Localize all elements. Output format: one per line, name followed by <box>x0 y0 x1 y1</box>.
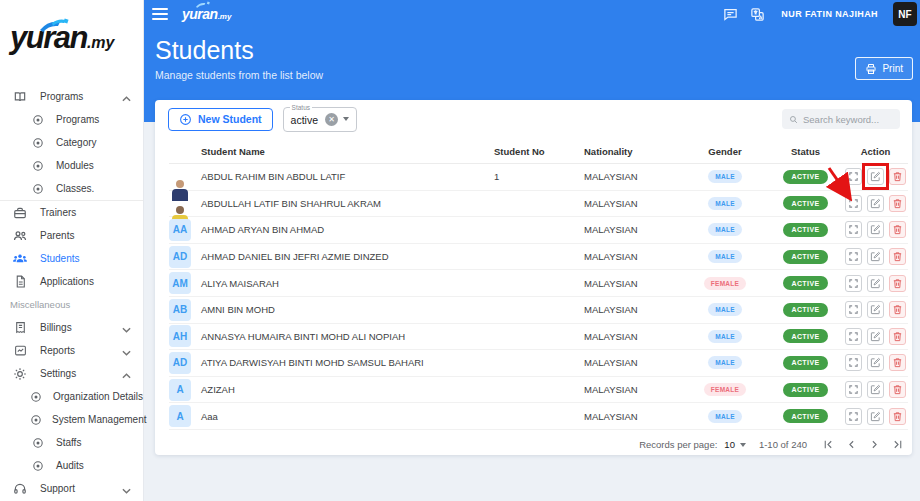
topbar-logo: yuran.my <box>182 5 231 23</box>
print-button[interactable]: Print <box>855 57 913 80</box>
sidebar-item-trainers[interactable]: Trainers <box>0 201 143 224</box>
radio-icon <box>30 158 46 174</box>
expand-button[interactable] <box>845 221 862 238</box>
page-head: Students Manage students from the list b… <box>155 36 323 81</box>
sidebar-item-reports[interactable]: Reports <box>0 339 143 362</box>
edit-button[interactable] <box>867 195 884 212</box>
table-row[interactable]: ABDUL RAHIM BIN ABDUL LATIF 1 MALAYSIAN … <box>169 164 908 191</box>
gender-pill: MALE <box>708 410 742 423</box>
trash-icon <box>892 357 903 368</box>
table-row[interactable]: AH ANNASYA HUMAIRA BINTI MOHD ALI NOPIAH… <box>169 324 908 351</box>
edit-button[interactable] <box>867 275 884 292</box>
expand-button[interactable] <box>845 248 862 265</box>
sidebar-item-programs[interactable]: Programs <box>0 85 143 108</box>
sidebar-item-category[interactable]: Category <box>0 131 143 154</box>
new-student-button[interactable]: New Student <box>168 108 273 131</box>
edit-icon <box>870 198 881 209</box>
avatar: AM <box>169 272 191 294</box>
sidebar-item-students[interactable]: Students <box>0 247 143 270</box>
sidebar-item-modules[interactable]: Modules <box>0 154 143 177</box>
delete-button[interactable] <box>889 168 906 185</box>
chevron-down-icon <box>122 319 131 337</box>
edit-button[interactable] <box>867 408 884 425</box>
gender-pill: MALE <box>708 170 742 183</box>
chevron-down-icon <box>122 342 131 360</box>
translate-icon[interactable] <box>748 5 766 23</box>
sidebar-item-staffs[interactable]: Staffs <box>0 431 143 454</box>
status-badge: ACTIVE <box>783 250 827 264</box>
delete-button[interactable] <box>889 195 906 212</box>
radio-icon <box>30 458 46 474</box>
sidebar-item-programs-sub[interactable]: Programs <box>0 108 143 131</box>
hamburger-menu-icon[interactable] <box>152 8 168 20</box>
dropdown-caret-icon[interactable] <box>343 117 349 121</box>
delete-button[interactable] <box>889 381 906 398</box>
expand-icon <box>848 251 859 262</box>
delete-button[interactable] <box>889 354 906 371</box>
col-action: Action <box>843 146 908 157</box>
delete-button[interactable] <box>889 248 906 265</box>
sidebar-item-support[interactable]: Support <box>0 477 143 500</box>
sidebar-item-applications[interactable]: Applications <box>0 270 143 293</box>
expand-button[interactable] <box>845 328 862 345</box>
edit-icon <box>870 331 881 342</box>
expand-button[interactable] <box>845 168 862 185</box>
expand-button[interactable] <box>845 275 862 292</box>
expand-button[interactable] <box>845 301 862 318</box>
expand-button[interactable] <box>845 195 862 212</box>
table-row[interactable]: A Aaa MALAYSIAN MALE ACTIVE <box>169 403 908 430</box>
prev-page-icon[interactable] <box>845 438 858 451</box>
delete-button[interactable] <box>889 275 906 292</box>
search-box[interactable] <box>782 109 900 129</box>
edit-button[interactable] <box>867 354 884 371</box>
status-badge: ACTIVE <box>783 356 827 370</box>
table-row[interactable]: AD ATIYA DARWISYAH BINTI MOHD SAMSUL BAH… <box>169 350 908 377</box>
messages-icon[interactable] <box>721 5 739 23</box>
sidebar: yuran.my Programs Programs Category Modu… <box>0 0 144 501</box>
sidebar-item-classes[interactable]: Classes. <box>0 177 143 200</box>
trash-icon <box>892 224 903 235</box>
delete-button[interactable] <box>889 301 906 318</box>
dropdown-caret-icon <box>740 443 746 447</box>
clear-filter-icon[interactable]: ✕ <box>325 113 338 126</box>
sidebar-item-system-management[interactable]: System Management <box>0 408 143 431</box>
next-page-icon[interactable] <box>868 438 881 451</box>
status-badge: ACTIVE <box>783 276 827 290</box>
edit-button[interactable] <box>867 328 884 345</box>
expand-button[interactable] <box>845 381 862 398</box>
last-page-icon[interactable] <box>891 438 904 451</box>
delete-button[interactable] <box>889 328 906 345</box>
table-row[interactable]: AD AHMAD DANIEL BIN JEFRI AZMIE DINZED M… <box>169 244 908 271</box>
table-row[interactable]: ABDULLAH LATIF BIN SHAHRUL AKRAM MALAYSI… <box>169 191 908 218</box>
edit-button[interactable] <box>867 248 884 265</box>
student-name: AHMAD ARYAN BIN AHMAD <box>201 224 494 235</box>
edit-button[interactable] <box>867 168 884 185</box>
sidebar-item-billings[interactable]: Billings <box>0 316 143 339</box>
user-name[interactable]: NUR FATIN NAJIHAH <box>781 9 878 19</box>
table-row[interactable]: AA AHMAD ARYAN BIN AHMAD MALAYSIAN MALE … <box>169 217 908 244</box>
sidebar-item-parents[interactable]: Parents <box>0 224 143 247</box>
edit-button[interactable] <box>867 381 884 398</box>
report-icon <box>12 343 28 359</box>
student-name: ABDUL RAHIM BIN ABDUL LATIF <box>201 171 494 182</box>
search-input[interactable] <box>803 114 893 125</box>
delete-button[interactable] <box>889 221 906 238</box>
user-avatar[interactable]: NF <box>893 2 917 26</box>
expand-button[interactable] <box>845 408 862 425</box>
delete-button[interactable] <box>889 408 906 425</box>
table-row[interactable]: AB AMNI BIN MOHD MALAYSIAN MALE ACTIVE <box>169 297 908 324</box>
expand-button[interactable] <box>845 354 862 371</box>
sidebar-item-settings[interactable]: Settings <box>0 362 143 385</box>
first-page-icon[interactable] <box>822 438 835 451</box>
sidebar-item-audits[interactable]: Audits <box>0 454 143 477</box>
edit-button[interactable] <box>867 301 884 318</box>
edit-button[interactable] <box>867 221 884 238</box>
table-row[interactable]: A AZIZAH MALAYSIAN FEMALE ACTIVE <box>169 377 908 404</box>
student-name: ALIYA MAISARAH <box>201 278 494 289</box>
status-filter[interactable]: Status active ✕ <box>283 107 357 132</box>
records-per-page-select[interactable]: 10 <box>724 439 746 450</box>
table-body: ABDUL RAHIM BIN ABDUL LATIF 1 MALAYSIAN … <box>169 164 908 430</box>
avatar: AD <box>169 246 191 268</box>
sidebar-item-organization-details[interactable]: Organization Details <box>0 385 143 408</box>
table-row[interactable]: AM ALIYA MAISARAH MALAYSIAN FEMALE ACTIV… <box>169 270 908 297</box>
